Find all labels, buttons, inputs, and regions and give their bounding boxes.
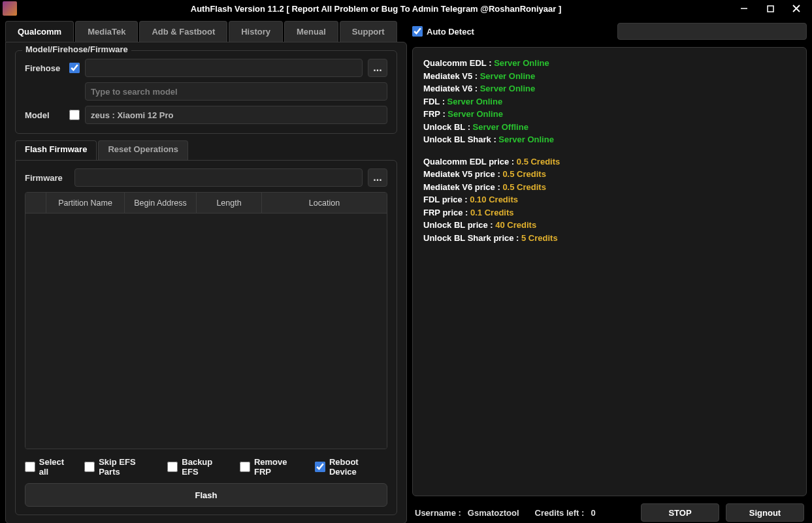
- remove-frp-option[interactable]: Remove FRP: [240, 457, 306, 477]
- stop-button[interactable]: STOP: [641, 503, 719, 522]
- log-line: Unlock BL Shark : Server Online: [423, 133, 796, 146]
- col-length[interactable]: Length: [197, 193, 262, 214]
- close-button[interactable]: [783, 0, 809, 17]
- firmware-label: Firmware: [25, 173, 69, 183]
- auto-detect-option[interactable]: Auto Detect: [412, 26, 474, 37]
- log-line: FRP price : 0.1 Credits: [423, 206, 796, 219]
- col-partition-name[interactable]: Partition Name: [46, 193, 125, 214]
- credits-label: Credits left :: [535, 508, 585, 518]
- window-title: AuthFlash Version 11.2 [ Report All Prob…: [21, 4, 731, 14]
- sub-panel: Flash Firmware Reset Operations Firmware…: [15, 140, 397, 515]
- status-block: Qualcomm EDL : Server Online Mediatek V5…: [423, 57, 796, 146]
- tab-adb-fastboot[interactable]: Adb & Fastboot: [139, 21, 227, 42]
- app-icon: [3, 1, 17, 16]
- col-checkbox[interactable]: [25, 193, 46, 214]
- prices-block: Qualcomm EDL price : 0.5 Credits Mediate…: [423, 155, 796, 245]
- tab-mediatek[interactable]: MediaTek: [75, 21, 138, 42]
- tab-support[interactable]: Support: [340, 21, 397, 42]
- device-combo[interactable]: [617, 23, 807, 40]
- reboot-device-checkbox[interactable]: [315, 462, 325, 472]
- left-panel: Qualcomm MediaTek Adb & Fastboot History…: [5, 21, 407, 523]
- log-line: Qualcomm EDL price : 0.5 Credits: [423, 155, 796, 168]
- firehose-input[interactable]: [85, 59, 363, 77]
- skip-efs-checkbox[interactable]: [84, 462, 95, 472]
- sub-tabs: Flash Firmware Reset Operations: [15, 140, 397, 160]
- log-gap: [423, 146, 796, 155]
- model-group-legend: Model/Firehose/Firmware: [22, 44, 131, 54]
- log-line: Mediatek V6 price : 0.5 Credits: [423, 181, 796, 194]
- select-all-label: Select all: [39, 457, 76, 477]
- model-label: Model: [25, 110, 64, 120]
- main-tabs: Qualcomm MediaTek Adb & Fastboot History…: [5, 21, 407, 42]
- right-panel: Auto Detect Qualcomm EDL : Server Online…: [412, 21, 807, 523]
- auto-detect-checkbox[interactable]: [412, 26, 423, 37]
- svg-rect-1: [768, 6, 773, 12]
- options-row: Select all Skip EFS Parts Backup EFS Rem…: [25, 454, 387, 478]
- backup-efs-checkbox[interactable]: [167, 462, 178, 472]
- model-firehose-group: Model/Firehose/Firmware Firehose ... Mod…: [15, 50, 397, 134]
- firehose-label: Firehose: [25, 63, 64, 73]
- flash-firmware-panel: Firmware ... Partition Name Begin Addres…: [15, 160, 397, 515]
- log-line: FDL price : 0.10 Credits: [423, 193, 796, 206]
- log-line: Unlock BL Shark price : 5 Credits: [423, 232, 796, 245]
- backup-efs-label: Backup EFS: [182, 457, 231, 477]
- maximize-button[interactable]: [757, 0, 783, 17]
- tab-history[interactable]: History: [229, 21, 283, 42]
- log-box: Qualcomm EDL : Server Online Mediatek V5…: [412, 47, 807, 496]
- close-icon: [792, 5, 800, 12]
- reboot-device-option[interactable]: Reboot Device: [315, 457, 387, 477]
- tab-flash-firmware[interactable]: Flash Firmware: [15, 140, 97, 160]
- firmware-input[interactable]: [74, 168, 363, 187]
- log-line: FRP : Server Online: [423, 108, 796, 121]
- app-body: Qualcomm MediaTek Adb & Fastboot History…: [0, 17, 812, 523]
- remove-frp-label: Remove FRP: [254, 457, 306, 477]
- log-line: FDL : Server Online: [423, 95, 796, 108]
- model-search-input[interactable]: [85, 82, 387, 101]
- minimize-icon: [740, 5, 748, 12]
- log-line: Mediatek V5 price : 0.5 Credits: [423, 168, 796, 181]
- firehose-browse-button[interactable]: ...: [368, 59, 387, 77]
- firehose-checkbox[interactable]: [69, 63, 80, 73]
- log-line: Mediatek V6 : Server Online: [423, 82, 796, 95]
- col-location[interactable]: Location: [262, 193, 387, 214]
- top-right-row: Auto Detect: [412, 21, 807, 42]
- title-bar: AuthFlash Version 11.2 [ Report All Prob…: [0, 0, 812, 17]
- skip-efs-label: Skip EFS Parts: [99, 457, 158, 477]
- model-input[interactable]: [85, 106, 387, 124]
- remove-frp-checkbox[interactable]: [240, 462, 250, 472]
- backup-efs-option[interactable]: Backup EFS: [167, 457, 231, 477]
- signout-button[interactable]: Signout: [726, 503, 804, 522]
- maximize-icon: [767, 5, 774, 12]
- firmware-browse-button[interactable]: ...: [368, 168, 387, 187]
- log-line: Mediatek V5 : Server Online: [423, 70, 796, 83]
- table-header: Partition Name Begin Address Length Loca…: [25, 193, 387, 214]
- skip-efs-option[interactable]: Skip EFS Parts: [84, 457, 158, 477]
- log-line: Qualcomm EDL : Server Online: [423, 57, 796, 70]
- minimize-button[interactable]: [731, 0, 757, 17]
- select-all-option[interactable]: Select all: [25, 457, 75, 477]
- flash-button[interactable]: Flash: [25, 483, 387, 507]
- partition-table: Partition Name Begin Address Length Loca…: [25, 192, 387, 449]
- bottom-right-row: Username : Gsmatoztool Credits left : 0 …: [412, 501, 807, 523]
- log-line: Unlock BL price : 40 Credits: [423, 219, 796, 232]
- model-checkbox[interactable]: [69, 110, 80, 120]
- credits-value: 0: [591, 508, 595, 518]
- username-label: Username :: [415, 508, 461, 518]
- username-value: Gsmatoztool: [468, 508, 519, 518]
- log-line: Unlock BL : Server Offline: [423, 121, 796, 134]
- reboot-device-label: Reboot Device: [329, 457, 387, 477]
- select-all-checkbox[interactable]: [25, 462, 35, 472]
- tab-menual[interactable]: Menual: [284, 21, 338, 42]
- col-begin-address[interactable]: Begin Address: [125, 193, 197, 214]
- table-body: [25, 214, 387, 449]
- qualcomm-panel: Model/Firehose/Firmware Firehose ... Mod…: [5, 42, 407, 523]
- app-window: AuthFlash Version 11.2 [ Report All Prob…: [0, 0, 812, 523]
- tab-reset-operations[interactable]: Reset Operations: [98, 140, 188, 160]
- tab-qualcomm[interactable]: Qualcomm: [5, 21, 74, 42]
- auto-detect-label: Auto Detect: [427, 27, 474, 37]
- window-controls: [731, 0, 809, 17]
